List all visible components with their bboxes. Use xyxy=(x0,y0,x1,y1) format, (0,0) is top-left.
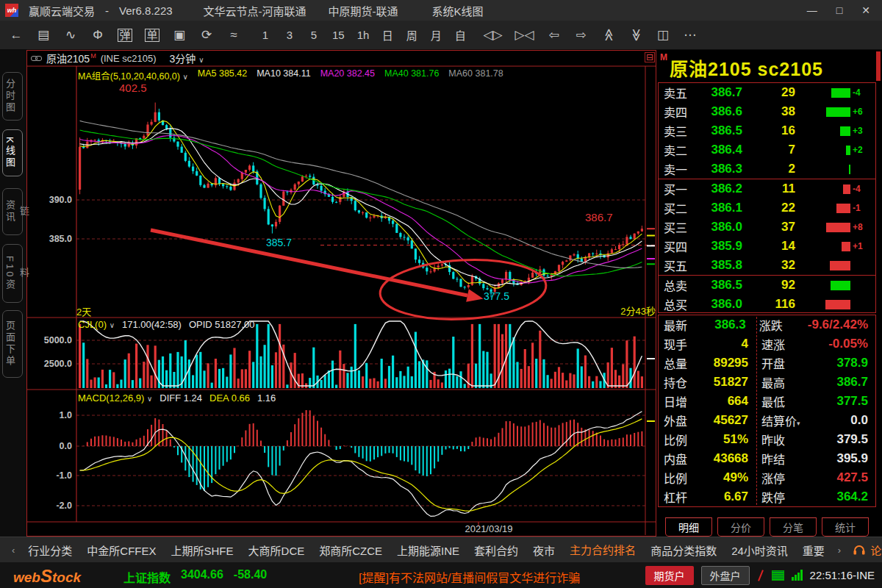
quote-tab-统计[interactable]: 统计 xyxy=(822,517,869,537)
ma-combo-selector[interactable]: MA组合(5,10,20,40,60,0) ∨ xyxy=(78,68,188,82)
nav-item-商品分类指数[interactable]: 商品分类指数 xyxy=(649,537,718,563)
nav-item-主力合约排名[interactable]: 主力合约排名 xyxy=(568,537,637,564)
book-row-卖五[interactable]: 卖五386.729-4 xyxy=(659,83,875,102)
quote-tab-明细[interactable]: 明细 xyxy=(665,517,712,537)
period-button-周[interactable]: 周 xyxy=(406,27,417,43)
nav-item-套利合约[interactable]: 套利合约 xyxy=(473,537,520,563)
compress-icon[interactable]: ◁▷ xyxy=(483,27,502,43)
refresh-icon[interactable]: ⟳ xyxy=(199,27,214,43)
book-row-买二[interactable]: 买二386.122-1 xyxy=(659,198,875,218)
volume-delta: +1 xyxy=(853,241,863,251)
page-right-icon[interactable]: ⇨ xyxy=(574,27,589,43)
calendar-grid-icon[interactable] xyxy=(772,570,784,581)
stat-label: 最新 xyxy=(659,316,700,334)
shanghai-index[interactable]: 上证指数 3404.66 -58.40 xyxy=(123,568,267,586)
index-change: -58.40 xyxy=(234,568,267,586)
nav-item-中金所CFFEX[interactable]: 中金所CFFEX xyxy=(85,537,157,563)
macd-axis-tick: 1.0 xyxy=(26,410,72,420)
quote-title: 原油2105 sc2105 xyxy=(670,54,823,81)
book-row-barzone xyxy=(795,165,875,174)
book-row-卖四[interactable]: 卖四386.638+6 xyxy=(659,102,875,121)
period-button-3[interactable]: 3 xyxy=(284,29,295,41)
indicator-edit-icon[interactable]: ≈ xyxy=(226,28,241,43)
period-button-15[interactable]: 15 xyxy=(332,29,345,41)
zoom-in-icon[interactable]: ≪ xyxy=(600,28,616,43)
stat-label: 比例 xyxy=(659,469,701,487)
more-icon[interactable]: ⋯ xyxy=(683,27,698,43)
nav-item-上期所SHFE[interactable]: 上期所SHFE xyxy=(170,537,235,563)
book-row-卖二[interactable]: 卖二386.47+2 xyxy=(659,140,875,159)
period-button-自[interactable]: 自 xyxy=(454,27,466,43)
volume-bar xyxy=(830,261,850,270)
nav-item-大商所DCE[interactable]: 大商所DCE xyxy=(247,537,306,563)
sidebar-tab-页面下单[interactable]: 页面下单 xyxy=(2,310,23,378)
totals-volume: 116 xyxy=(742,297,795,312)
close-button[interactable]: ✕ xyxy=(861,4,870,16)
futures-account-button[interactable]: 期货户 xyxy=(645,566,694,585)
scrollbar-thumb[interactable] xyxy=(876,51,881,81)
nav-item-夜市[interactable]: 夜市 xyxy=(531,537,556,563)
kline-chart[interactable] xyxy=(26,50,656,537)
sidebar-tab-K线图[interactable]: K线图 xyxy=(2,129,23,176)
sidebar-tab-分时图[interactable]: 分时图 xyxy=(2,72,23,121)
order-panel-icon[interactable]: 单 xyxy=(145,29,159,42)
sort-arrow-icon[interactable]: ▾ xyxy=(797,420,800,427)
maximize-button[interactable]: □ xyxy=(836,4,842,16)
forum-link[interactable]: 论坛提问 xyxy=(853,542,882,558)
stats-row: 内盘43668昨结395.9 xyxy=(659,449,875,468)
book-row-卖三[interactable]: 卖三386.516+3 xyxy=(659,121,875,140)
macd-extra-value: 1.16 xyxy=(257,392,276,404)
quote-tab-分价[interactable]: 分价 xyxy=(717,517,764,537)
quote-list-icon[interactable]: ▤ xyxy=(36,27,51,43)
quote-panel: M 原油2105 sc2105 卖五386.729-4卖四386.638+6卖三… xyxy=(656,50,882,537)
stat-label: 杠杆 xyxy=(659,488,701,506)
book-row-买五[interactable]: 买五385.832 xyxy=(659,256,875,275)
period-button-日[interactable]: 日 xyxy=(381,27,393,43)
layout-icon[interactable]: ◫ xyxy=(656,27,670,43)
book-row-买四[interactable]: 买四385.914+1 xyxy=(659,237,875,256)
sidebar-tab-资讯链[interactable]: 资讯链 xyxy=(2,188,23,235)
back-icon[interactable]: ← xyxy=(9,28,24,43)
minimize-button[interactable]: — xyxy=(807,4,817,16)
period-button-1[interactable]: 1 xyxy=(259,29,271,41)
stat-value: 386.3 xyxy=(700,318,746,332)
contract-name[interactable]: 原油2105M xyxy=(46,51,96,65)
sidebar-tab-F10资料[interactable]: F10资料 xyxy=(2,244,23,303)
foreign-account-button[interactable]: 外盘户 xyxy=(701,566,750,585)
period-button-1h[interactable]: 1h xyxy=(357,29,370,41)
quote-tab-分笔[interactable]: 分笔 xyxy=(770,517,817,537)
pane-collapse-icon[interactable]: ⊟ xyxy=(645,52,655,62)
totals-section: 总卖386.592总买386.0116 xyxy=(659,276,875,314)
period-button-月[interactable]: 月 xyxy=(430,27,442,43)
nav-back-icon[interactable]: ‹ xyxy=(12,545,15,556)
stats-divider xyxy=(756,317,757,505)
stats-row: 比例51%昨收379.5 xyxy=(659,430,875,449)
nav-forward-icon[interactable]: › xyxy=(838,545,841,556)
view-title: 系统K线图 xyxy=(432,3,484,18)
period-button-5[interactable]: 5 xyxy=(308,29,320,41)
price-axis-tick: 385.0 xyxy=(26,234,72,244)
stat-value: 6.67 xyxy=(701,490,748,504)
save-icon[interactable]: ▣ xyxy=(172,27,187,43)
timeline-icon[interactable]: ∿ xyxy=(63,27,78,43)
cjl-indicator-selector[interactable]: CJL(0) ∨ xyxy=(78,319,115,330)
nav-item-24小时资讯[interactable]: 24小时资讯 xyxy=(730,537,789,563)
nav-item-上期能源INE[interactable]: 上期能源INE xyxy=(395,537,461,563)
volume-axis-tick: 5000.0 xyxy=(26,335,72,345)
kline-icon[interactable]: Φ xyxy=(90,28,105,43)
period-selector[interactable]: 3分钟 ∨ xyxy=(170,51,204,65)
flash-order-icon[interactable]: 弹 xyxy=(118,29,132,42)
page-left-icon[interactable]: ⇦ xyxy=(547,27,562,43)
nav-item-行业分类[interactable]: 行业分类 xyxy=(26,537,74,563)
book-row-price: 386.3 xyxy=(698,162,742,176)
book-row-买三[interactable]: 买三386.037+8 xyxy=(659,218,875,237)
book-row-买一[interactable]: 买一386.211-4 xyxy=(659,179,875,198)
price-label-last: 386.7 xyxy=(585,211,613,223)
macd-indicator-selector[interactable]: MACD(12,26,9) ∨ xyxy=(78,392,152,404)
expand-icon[interactable]: ▷◁ xyxy=(515,27,534,43)
zoom-out-icon[interactable]: ≪ xyxy=(628,28,643,43)
volume-axis-tick: 2500.0 xyxy=(26,359,72,369)
nav-item-重要[interactable]: 重要 xyxy=(801,537,826,563)
book-row-卖一[interactable]: 卖一386.32 xyxy=(659,159,875,179)
nav-item-郑商所CZCE[interactable]: 郑商所CZCE xyxy=(318,537,384,563)
